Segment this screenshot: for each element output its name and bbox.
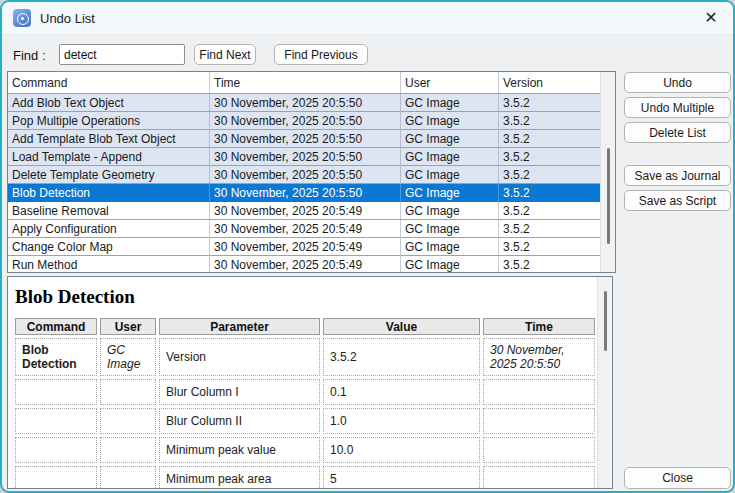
detail-cell-user xyxy=(100,437,156,463)
detail-cell-user xyxy=(100,408,156,434)
detail-cell-value: 0.1 xyxy=(323,379,480,405)
detail-cell-command: Blob Detection xyxy=(15,338,97,376)
undo-row[interactable]: Apply Configuration30 November, 2025 20:… xyxy=(8,220,600,238)
detail-cell-time xyxy=(483,408,595,434)
cell-command: Change Color Map xyxy=(8,238,210,256)
cell-version: 3.5.2 xyxy=(499,94,600,112)
detail-row: Blob DetectionGC ImageVersion3.5.230 Nov… xyxy=(15,338,595,376)
detail-table-header: CommandUserParameterValueTime xyxy=(15,318,595,335)
cell-command: Pop Multiple Operations xyxy=(8,112,210,130)
detail-column-header-parameter: Parameter xyxy=(159,318,320,335)
cell-time: 30 November, 2025 20:5:49 xyxy=(210,238,401,256)
command-detail-panel: Blob Detection CommandUserParameterValue… xyxy=(7,276,613,489)
detail-cell-user: GC Image xyxy=(100,338,156,376)
find-next-button[interactable]: Find Next xyxy=(194,44,256,65)
detail-cell-command xyxy=(15,437,97,463)
cell-version: 3.5.2 xyxy=(499,238,600,256)
cell-user: GC Image xyxy=(401,148,499,166)
cell-command: Apply Configuration xyxy=(8,220,210,238)
detail-cell-parameter: Blur Column II xyxy=(159,408,320,434)
cell-time: 30 November, 2025 20:5:49 xyxy=(210,202,401,220)
detail-column-header-command: Command xyxy=(15,318,97,335)
cell-command: Baseline Removal xyxy=(8,202,210,220)
undo-row[interactable]: Add Template Blob Text Object30 November… xyxy=(8,130,600,148)
detail-cell-value: 5 xyxy=(323,466,480,489)
undo-row[interactable]: Add Blob Text Object30 November, 2025 20… xyxy=(8,94,600,112)
detail-cell-command xyxy=(15,379,97,405)
cell-user: GC Image xyxy=(401,112,499,130)
undo-row[interactable]: Baseline Removal30 November, 2025 20:5:4… xyxy=(8,202,600,220)
detail-scrollbar[interactable] xyxy=(597,277,612,488)
detail-cell-parameter: Version xyxy=(159,338,320,376)
undo-row[interactable]: Run Method30 November, 2025 20:5:49GC Im… xyxy=(8,256,600,272)
cell-command: Add Template Blob Text Object xyxy=(8,130,210,148)
app-icon xyxy=(13,9,31,27)
save-as-script-button[interactable]: Save as Script xyxy=(624,190,731,211)
detail-table: CommandUserParameterValueTime Blob Detec… xyxy=(12,315,598,489)
cell-version: 3.5.2 xyxy=(499,112,600,130)
undo-button[interactable]: Undo xyxy=(624,72,731,93)
undo-list-viewport: CommandTimeUserVersion Add Blob Text Obj… xyxy=(8,72,600,272)
detail-cell-time xyxy=(483,379,595,405)
detail-cell-value: 3.5.2 xyxy=(323,338,480,376)
column-header-user[interactable]: User xyxy=(401,72,499,93)
find-input[interactable] xyxy=(59,44,185,65)
cell-version: 3.5.2 xyxy=(499,148,600,166)
detail-column-header-time: Time xyxy=(483,318,595,335)
cell-user: GC Image xyxy=(401,166,499,184)
scrollbar-thumb[interactable] xyxy=(607,148,610,244)
cell-version: 3.5.2 xyxy=(499,220,600,238)
column-header-time[interactable]: Time xyxy=(210,72,401,93)
cell-user: GC Image xyxy=(401,256,499,272)
detail-cell-time xyxy=(483,466,595,489)
cell-time: 30 November, 2025 20:5:50 xyxy=(210,112,401,130)
cell-user: GC Image xyxy=(401,220,499,238)
cell-user: GC Image xyxy=(401,130,499,148)
detail-cell-parameter: Minimum peak value xyxy=(159,437,320,463)
close-button[interactable]: Close xyxy=(624,467,731,489)
detail-cell-parameter: Minimum peak area xyxy=(159,466,320,489)
find-previous-button[interactable]: Find Previous xyxy=(274,44,368,65)
delete-list-button[interactable]: Delete List xyxy=(624,122,731,143)
cell-time: 30 November, 2025 20:5:50 xyxy=(210,166,401,184)
detail-cell-command xyxy=(15,466,97,489)
cell-time: 30 November, 2025 20:5:50 xyxy=(210,148,401,166)
detail-cell-user xyxy=(100,379,156,405)
cell-command: Blob Detection xyxy=(8,184,210,202)
undo-row[interactable]: Change Color Map30 November, 2025 20:5:4… xyxy=(8,238,600,256)
cell-version: 3.5.2 xyxy=(499,256,600,272)
scrollbar-thumb[interactable] xyxy=(604,291,607,351)
undo-row[interactable]: Pop Multiple Operations30 November, 2025… xyxy=(8,112,600,130)
undo-multiple-button[interactable]: Undo Multiple xyxy=(624,97,731,118)
detail-cell-value: 1.0 xyxy=(323,408,480,434)
detail-column-header-user: User xyxy=(100,318,156,335)
detail-table-body: Blob DetectionGC ImageVersion3.5.230 Nov… xyxy=(15,338,595,489)
cell-version: 3.5.2 xyxy=(499,184,600,202)
title-bar: Undo List ✕ xyxy=(2,2,733,35)
cell-user: GC Image xyxy=(401,238,499,256)
column-header-version[interactable]: Version xyxy=(499,72,600,93)
detail-row: Blur Column I0.1 xyxy=(15,379,595,405)
undo-list-panel: CommandTimeUserVersion Add Blob Text Obj… xyxy=(7,71,616,273)
column-header-command[interactable]: Command xyxy=(8,72,210,93)
cell-command: Add Blob Text Object xyxy=(8,94,210,112)
detail-cell-user xyxy=(100,466,156,489)
cell-version: 3.5.2 xyxy=(499,166,600,184)
undo-row[interactable]: Load Template - Append30 November, 2025 … xyxy=(8,148,600,166)
cell-user: GC Image xyxy=(401,94,499,112)
close-icon[interactable]: ✕ xyxy=(702,9,720,27)
detail-column-header-value: Value xyxy=(323,318,480,335)
undo-list-scrollbar[interactable] xyxy=(600,72,615,272)
detail-cell-value: 10.0 xyxy=(323,437,480,463)
undo-row[interactable]: Delete Template Geometry30 November, 202… xyxy=(8,166,600,184)
detail-cell-time: 30 November, 2025 20:5:50 xyxy=(483,338,595,376)
cell-version: 3.5.2 xyxy=(499,202,600,220)
undo-row[interactable]: Blob Detection30 November, 2025 20:5:50G… xyxy=(8,184,600,202)
undo-list-window: Undo List ✕ Find : Find Next Find Previo… xyxy=(0,0,735,493)
cell-command: Load Template - Append xyxy=(8,148,210,166)
cell-command: Delete Template Geometry xyxy=(8,166,210,184)
detail-heading: Blob Detection xyxy=(15,286,612,308)
find-label: Find : xyxy=(13,48,46,63)
save-as-journal-button[interactable]: Save as Journal xyxy=(624,165,731,186)
detail-cell-command xyxy=(15,408,97,434)
